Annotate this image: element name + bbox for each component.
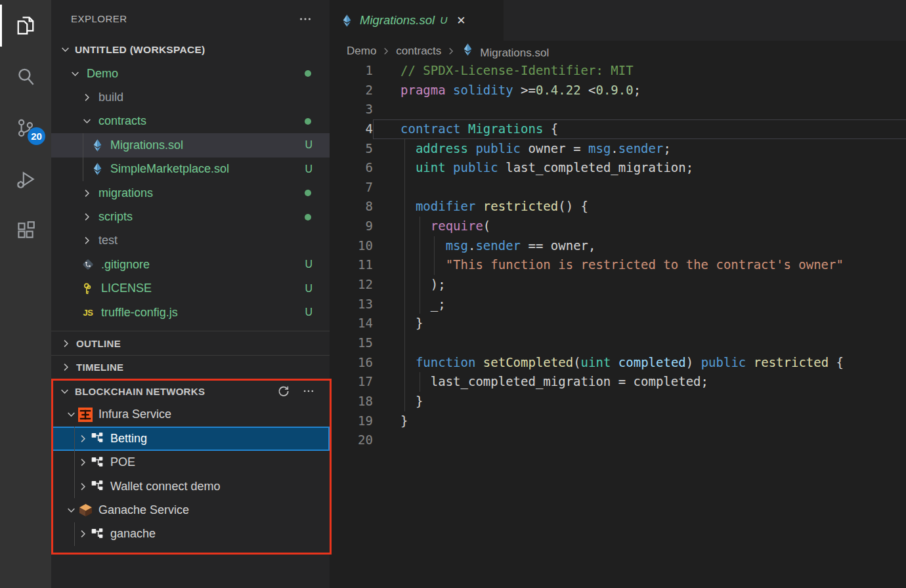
code-line-17[interactable]: 17 last_completed_migration = completed;	[330, 372, 906, 392]
line-content[interactable]: }	[373, 411, 906, 431]
file-tree: DemobuildcontractsMigrations.solUSimpleM…	[51, 62, 330, 324]
code-line-6[interactable]: 6 uint public last_completed_migration;	[330, 158, 906, 178]
activitybar-run-debug[interactable]	[0, 154, 51, 205]
line-content[interactable]: function setCompleted(uint completed) pu…	[373, 353, 906, 373]
section-outline[interactable]: OUTLINE	[51, 331, 330, 355]
line-content[interactable]: }	[373, 314, 906, 333]
workspace-root-item[interactable]: UNTITLED (WORKSPACE)	[51, 37, 330, 62]
code-area[interactable]: 1// SPDX-License-Identifier: MIT2pragma …	[330, 61, 906, 450]
code-line-20[interactable]: 20	[330, 430, 906, 450]
line-content[interactable]	[373, 178, 906, 198]
file-tree-item-demo[interactable]: Demo	[51, 62, 330, 85]
code-line-11[interactable]: 11 "This function is restricted to the c…	[330, 255, 906, 275]
line-content[interactable]: // SPDX-License-Identifier: MIT	[373, 61, 906, 81]
file-tree-item-scripts[interactable]: scripts	[51, 205, 330, 228]
file-tree-item-migrations-sol[interactable]: Migrations.solU	[51, 133, 330, 157]
activitybar-source-control[interactable]: 20	[0, 102, 51, 154]
code-line-13[interactable]: 13 _;	[330, 295, 906, 314]
indent-guide	[404, 217, 405, 236]
code-line-10[interactable]: 10 msg.sender == owner,	[330, 236, 906, 256]
file-tree-item-simplemarketplace-sol[interactable]: SimpleMarketplace.solU	[51, 158, 330, 181]
indent-guide	[420, 275, 420, 295]
section-timeline[interactable]: TIMELINE	[51, 355, 330, 379]
line-number: 11	[330, 255, 373, 275]
file-tree-item-truffle-config-js[interactable]: JStruffle-config.jsU	[51, 301, 330, 324]
line-content[interactable]: );	[373, 275, 906, 295]
more-actions-icon[interactable]	[302, 385, 315, 398]
network-item-betting[interactable]: Betting	[51, 427, 330, 450]
git-modified-dot	[305, 118, 311, 125]
tab-label: Migrations.sol	[360, 13, 435, 28]
activitybar-explorer[interactable]	[0, 0, 51, 51]
line-content[interactable]: modifier restricted() {	[373, 197, 906, 217]
file-tree-item-build[interactable]: build	[51, 85, 330, 109]
refresh-icon[interactable]	[277, 385, 290, 398]
line-content[interactable]: last_completed_migration = completed;	[373, 372, 906, 392]
file-tree-item-license[interactable]: LICENSEU	[51, 277, 330, 301]
network-item-poe[interactable]: POE	[51, 451, 330, 474]
indent-guide	[83, 158, 83, 181]
breadcrumb-item[interactable]: Migrations.sol	[461, 43, 549, 60]
code-line-4[interactable]: 4contract Migrations {	[330, 119, 906, 139]
line-content[interactable]: address public owner = msg.sender;	[373, 139, 906, 159]
code-line-12[interactable]: 12 );	[330, 275, 906, 295]
breadcrumb-separator	[382, 47, 390, 55]
network-item-ganache[interactable]: ganache	[51, 522, 330, 546]
line-content[interactable]	[373, 333, 906, 353]
activitybar-search[interactable]	[0, 51, 51, 102]
section-label: TIMELINE	[76, 362, 123, 373]
indent-guide	[420, 236, 420, 256]
code-line-15[interactable]: 15	[330, 333, 906, 353]
close-icon[interactable]: ✕	[456, 14, 465, 28]
network-icon	[89, 432, 105, 445]
breadcrumb-item[interactable]: Demo	[347, 45, 376, 58]
chevron-right-icon	[76, 458, 89, 467]
code-line-7[interactable]: 7	[330, 178, 906, 198]
code-line-9[interactable]: 9 require(	[330, 217, 906, 236]
code-line-2[interactable]: 2pragma solidity >=0.4.22 <0.9.0;	[330, 81, 906, 100]
code-line-5[interactable]: 5 address public owner = msg.sender;	[330, 139, 906, 159]
indent-guide	[404, 197, 405, 217]
line-number: 10	[330, 236, 373, 256]
chevron-right-icon	[76, 434, 89, 443]
indent-guide	[83, 133, 83, 157]
network-item-wallet-connect-demo[interactable]: Wallet connect demo	[51, 474, 330, 498]
search-icon	[14, 66, 37, 88]
line-content[interactable]: contract Migrations {	[373, 119, 906, 139]
file-tree-item-test[interactable]: test	[51, 229, 330, 253]
section-blockchain-networks[interactable]: BLOCKCHAIN NETWORKS	[51, 379, 330, 403]
more-actions-icon[interactable]	[298, 12, 313, 26]
indent-guide	[420, 372, 420, 392]
line-content[interactable]	[373, 430, 906, 450]
line-content[interactable]: pragma solidity >=0.4.22 <0.9.0;	[373, 81, 906, 100]
file-label: contracts	[98, 114, 146, 128]
network-item-infura-service[interactable]: Infura Service	[51, 403, 330, 427]
indent-guide	[404, 295, 405, 314]
network-item-ganache-service[interactable]: Ganache Service	[51, 498, 330, 522]
tab-migrations-sol[interactable]: Migrations.sol U ✕	[330, 0, 504, 41]
indent-guide	[404, 139, 405, 159]
code-line-14[interactable]: 14 }	[330, 314, 906, 333]
file-tree-item-migrations[interactable]: migrations	[51, 181, 330, 205]
code-line-19[interactable]: 19}	[330, 411, 906, 431]
line-content[interactable]: require(	[373, 217, 906, 236]
network-icon	[89, 456, 105, 469]
activitybar-extensions[interactable]	[0, 205, 51, 256]
code-line-3[interactable]: 3	[330, 100, 906, 119]
line-number: 13	[330, 295, 373, 314]
code-line-18[interactable]: 18 }	[330, 392, 906, 411]
code-line-1[interactable]: 1// SPDX-License-Identifier: MIT	[330, 61, 906, 81]
line-content[interactable]: msg.sender == owner,	[373, 236, 906, 256]
line-content[interactable]: uint public last_completed_migration;	[373, 158, 906, 178]
indent-guide	[404, 392, 405, 411]
line-content[interactable]	[373, 100, 906, 119]
line-content[interactable]: }	[373, 392, 906, 411]
line-content[interactable]: _;	[373, 295, 906, 314]
line-content[interactable]: "This function is restricted to the cont…	[373, 255, 906, 275]
breadcrumb: DemocontractsMigrations.sol	[330, 41, 906, 61]
code-line-16[interactable]: 16 function setCompleted(uint completed)…	[330, 353, 906, 373]
file-tree-item-contracts[interactable]: contracts	[51, 110, 330, 133]
file-tree-item--gitignore[interactable]: .gitignoreU	[51, 253, 330, 276]
code-line-8[interactable]: 8 modifier restricted() {	[330, 197, 906, 217]
breadcrumb-item[interactable]: contracts	[396, 45, 441, 58]
